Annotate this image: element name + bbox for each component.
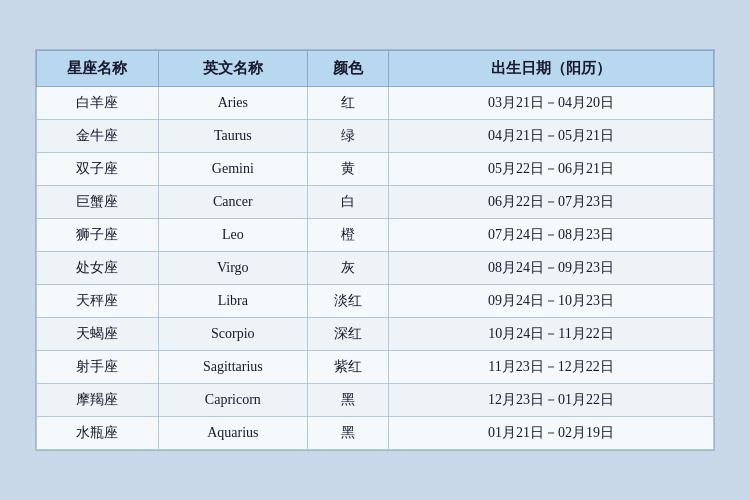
cell-chinese: 金牛座 — [37, 120, 159, 153]
table-row: 金牛座Taurus绿04月21日－05月21日 — [37, 120, 714, 153]
cell-color: 黑 — [307, 384, 388, 417]
header-chinese: 星座名称 — [37, 51, 159, 87]
cell-color: 紫红 — [307, 351, 388, 384]
cell-chinese: 狮子座 — [37, 219, 159, 252]
cell-chinese: 天秤座 — [37, 285, 159, 318]
table-row: 处女座Virgo灰08月24日－09月23日 — [37, 252, 714, 285]
cell-date: 01月21日－02月19日 — [389, 417, 714, 450]
cell-english: Sagittarius — [158, 351, 307, 384]
cell-date: 05月22日－06月21日 — [389, 153, 714, 186]
cell-english: Cancer — [158, 186, 307, 219]
cell-color: 红 — [307, 87, 388, 120]
cell-color: 橙 — [307, 219, 388, 252]
cell-chinese: 巨蟹座 — [37, 186, 159, 219]
cell-color: 黄 — [307, 153, 388, 186]
table-row: 白羊座Aries红03月21日－04月20日 — [37, 87, 714, 120]
table-row: 双子座Gemini黄05月22日－06月21日 — [37, 153, 714, 186]
table-row: 巨蟹座Cancer白06月22日－07月23日 — [37, 186, 714, 219]
cell-date: 04月21日－05月21日 — [389, 120, 714, 153]
table-row: 水瓶座Aquarius黑01月21日－02月19日 — [37, 417, 714, 450]
cell-date: 07月24日－08月23日 — [389, 219, 714, 252]
cell-english: Libra — [158, 285, 307, 318]
table-header-row: 星座名称 英文名称 颜色 出生日期（阳历） — [37, 51, 714, 87]
cell-date: 12月23日－01月22日 — [389, 384, 714, 417]
cell-english: Scorpio — [158, 318, 307, 351]
table-row: 天蝎座Scorpio深红10月24日－11月22日 — [37, 318, 714, 351]
cell-chinese: 双子座 — [37, 153, 159, 186]
table-row: 狮子座Leo橙07月24日－08月23日 — [37, 219, 714, 252]
header-english: 英文名称 — [158, 51, 307, 87]
table-row: 天秤座Libra淡红09月24日－10月23日 — [37, 285, 714, 318]
header-date: 出生日期（阳历） — [389, 51, 714, 87]
header-color: 颜色 — [307, 51, 388, 87]
cell-date: 10月24日－11月22日 — [389, 318, 714, 351]
cell-chinese: 天蝎座 — [37, 318, 159, 351]
cell-english: Taurus — [158, 120, 307, 153]
cell-color: 灰 — [307, 252, 388, 285]
cell-date: 06月22日－07月23日 — [389, 186, 714, 219]
cell-color: 深红 — [307, 318, 388, 351]
cell-color: 黑 — [307, 417, 388, 450]
cell-english: Virgo — [158, 252, 307, 285]
cell-chinese: 水瓶座 — [37, 417, 159, 450]
zodiac-table: 星座名称 英文名称 颜色 出生日期（阳历） 白羊座Aries红03月21日－04… — [36, 50, 714, 450]
cell-chinese: 白羊座 — [37, 87, 159, 120]
table-row: 摩羯座Capricorn黑12月23日－01月22日 — [37, 384, 714, 417]
cell-english: Leo — [158, 219, 307, 252]
cell-english: Gemini — [158, 153, 307, 186]
cell-color: 白 — [307, 186, 388, 219]
cell-date: 11月23日－12月22日 — [389, 351, 714, 384]
cell-english: Aquarius — [158, 417, 307, 450]
zodiac-table-container: 星座名称 英文名称 颜色 出生日期（阳历） 白羊座Aries红03月21日－04… — [35, 49, 715, 451]
cell-color: 淡红 — [307, 285, 388, 318]
cell-color: 绿 — [307, 120, 388, 153]
cell-chinese: 摩羯座 — [37, 384, 159, 417]
cell-english: Aries — [158, 87, 307, 120]
cell-date: 08月24日－09月23日 — [389, 252, 714, 285]
cell-date: 09月24日－10月23日 — [389, 285, 714, 318]
cell-chinese: 处女座 — [37, 252, 159, 285]
cell-date: 03月21日－04月20日 — [389, 87, 714, 120]
cell-english: Capricorn — [158, 384, 307, 417]
cell-chinese: 射手座 — [37, 351, 159, 384]
table-row: 射手座Sagittarius紫红11月23日－12月22日 — [37, 351, 714, 384]
table-body: 白羊座Aries红03月21日－04月20日金牛座Taurus绿04月21日－0… — [37, 87, 714, 450]
